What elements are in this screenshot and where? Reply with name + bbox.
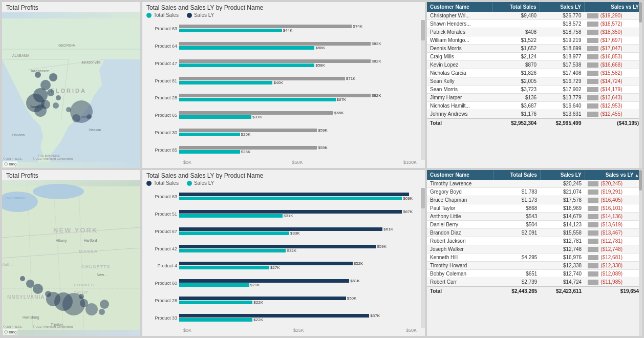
vs-ly-bar: [587, 95, 598, 100]
table-scrollbar-2[interactable]: [639, 170, 642, 336]
sales-vs-ly-cell: ($16,853): [584, 53, 625, 60]
total-vs-ly-1: ($43,195): [584, 118, 642, 128]
table-row: William Montgo...$1,522$19,219($17,697): [427, 36, 642, 45]
x-axis-2: $0K $25K $50K: [146, 327, 421, 334]
bar-row: Product 67$61K$33K: [146, 227, 413, 236]
vs-ly-value: ($17,697): [600, 37, 622, 43]
total-sales-cell: $504: [493, 221, 540, 229]
sales-ly-cell: $12,740: [540, 270, 585, 278]
total-bar: [179, 283, 249, 287]
customer-name-cell: William Montgo...: [427, 36, 493, 45]
bar-group: $66K$31K: [179, 111, 413, 119]
total-bar-value: $26K: [241, 150, 251, 154]
th-customer-name-2: Customer Name: [427, 170, 493, 180]
vs-ly-bar: [587, 38, 598, 43]
total-sales-1: $2,952,304: [493, 118, 540, 128]
total-sales-cell: [493, 245, 540, 253]
customer-name-cell: Timothy Lawrence: [427, 180, 493, 188]
bar-label: Product 60: [146, 281, 177, 286]
bar-label: Product 28: [146, 298, 177, 303]
sales-ly-cell: $18,572: [540, 20, 584, 28]
bar-row: Product 42$59K$32K: [146, 244, 413, 253]
sales-vs-ly-cell: ($17,047): [584, 45, 625, 52]
total-sales-cell: $1,783: [493, 188, 540, 196]
customer-name-cell: Paul Taylor: [427, 204, 493, 213]
sales-vs-ly-cell: ($20,245): [585, 180, 626, 187]
bar-group: $67K$31K: [179, 210, 413, 218]
vs-ly-bar: [587, 103, 598, 109]
legend-item-ly-2: Sales LY: [187, 180, 214, 186]
table-scrollbar-1[interactable]: [639, 2, 642, 168]
sales-vs-ly-cell: ($17,697): [584, 36, 625, 44]
bing-logo-1: ⬡ bing: [3, 161, 17, 167]
total-bar-value: $27K: [270, 265, 280, 270]
svg-text:ALABAMA: ALABAMA: [12, 54, 29, 57]
vs-ly-value: ($16,405): [600, 197, 622, 203]
customer-name-cell: Johnny Andrews: [427, 110, 493, 119]
sales-ly-cell: $13,631: [540, 110, 584, 119]
bar-row: Product 47$82K$58K: [146, 59, 413, 68]
ly-bar-track: $71K: [179, 77, 413, 80]
svg-text:Lake Ontario: Lake Ontario: [5, 196, 25, 200]
sales-ly-cell: $12,748: [540, 245, 585, 253]
bar-label: Product 4: [146, 263, 177, 268]
sales-ly-cell: $20,245: [540, 180, 585, 188]
vs-ly-value: ($16,101): [600, 205, 622, 211]
ly-bar: [179, 42, 371, 46]
table-row: Sean Morris$3,723$17,902($14,179): [427, 86, 642, 94]
bar-row: Product 51$67K$31K: [146, 209, 413, 219]
table-row: Timothy Lawrence$20,245($20,245): [427, 180, 642, 188]
table-row: Kevin Lopez$870$17,538($16,668): [427, 61, 642, 69]
bar-group: $82K$58K: [179, 59, 413, 68]
sales-vs-ly-cell: ($16,405): [585, 196, 626, 204]
sales-ly-cell: $14,724: [540, 278, 585, 287]
ly-bar: [179, 262, 353, 265]
table-row: Paul Taylor$868$16,969($16,101): [427, 204, 642, 213]
vs-ly-value: ($19,290): [600, 13, 622, 18]
svg-point-64: [100, 300, 109, 309]
vs-ly-bar: [588, 222, 598, 227]
svg-point-19: [47, 89, 54, 96]
table-row: Joseph Walker$12,748($12,748): [427, 245, 642, 253]
ly-bar: [179, 245, 376, 248]
svg-point-55: [33, 284, 43, 294]
ly-bar: [179, 25, 352, 28]
vs-ly-bar: [587, 71, 598, 76]
svg-text:NNSYLVANIA: NNSYLVANIA: [7, 294, 45, 300]
bar-label: Product 65: [146, 113, 177, 118]
sales-ly-cell: $26,770: [540, 12, 584, 20]
total-sales-cell: [493, 237, 540, 245]
chart-scrollbar-1[interactable]: [421, 20, 425, 160]
customer-name-cell: Bruce Chapman: [427, 196, 493, 204]
table-row: Brandon Diaz$2,091$15,558($13,467): [427, 229, 642, 237]
vs-ly-value: ($12,338): [600, 263, 622, 268]
ly-bar-value: $51K: [350, 279, 360, 283]
ly-bar-value: $57K: [370, 313, 380, 318]
vs-ly-bar: [588, 255, 598, 260]
customer-name-cell: Kevin Lopez: [427, 61, 493, 69]
table-row: Bruce Chapman$1,173$17,578($16,405): [427, 196, 642, 204]
chart-area-1: Product 63$74K$44KProduct 64$82K$58KProd…: [142, 20, 425, 168]
customer-name-cell: Shawn Henders...: [427, 20, 493, 28]
vs-ly-bar: [588, 247, 598, 252]
svg-point-54: [26, 280, 34, 288]
ly-bar-value: $50K: [347, 296, 357, 301]
total-bar-value: $32K: [287, 248, 296, 253]
ly-bar-track: $67K: [179, 210, 413, 214]
svg-text:© 2017 Microsoft Corporation: © 2017 Microsoft Corporation: [33, 325, 73, 328]
svg-text:MASSA: MASSA: [79, 249, 98, 254]
vs-ly-bar: [587, 79, 598, 84]
total-bar: [179, 318, 252, 322]
customer-name-cell: Sean Morris: [427, 86, 493, 94]
sales-ly-cell: $16,969: [540, 204, 585, 213]
vs-ly-value: ($13,619): [600, 222, 622, 227]
bar-label: Product 28: [146, 95, 177, 100]
total-bar: [179, 231, 289, 235]
chart-scrollbar-2[interactable]: [421, 188, 425, 328]
total-sales-cell: $2,091: [493, 229, 540, 237]
map-panel-2: Total Profits: [2, 170, 140, 336]
ly-bar-track: $82K: [179, 59, 413, 63]
table-row: Shawn Henders...$18,572($18,572): [427, 20, 642, 28]
sales-vs-ly-cell: ($12,681): [585, 253, 626, 261]
sales-vs-ly-cell: ($19,290): [584, 12, 625, 19]
